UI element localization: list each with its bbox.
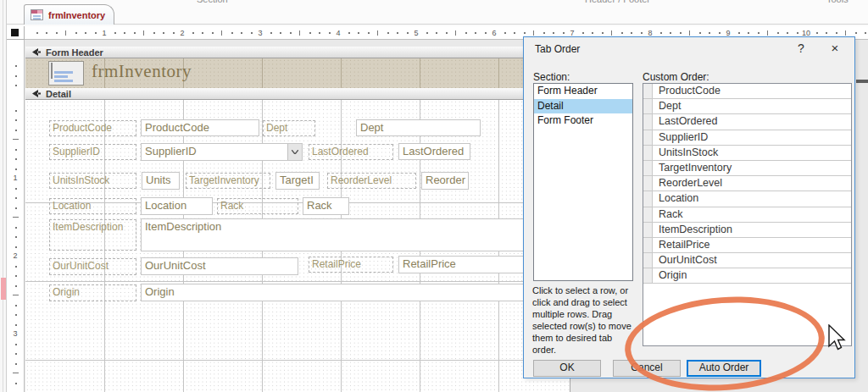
textbox-ourunitcost[interactable]: OurUnitCost xyxy=(141,257,298,275)
textbox-reorderlevel[interactable]: Reorder xyxy=(421,172,469,190)
row-selector-cell[interactable] xyxy=(643,114,653,129)
custom-order-row[interactable]: Origin xyxy=(643,268,851,284)
ruler-tick xyxy=(465,32,467,34)
auto-order-button[interactable]: Auto Order xyxy=(687,360,761,377)
label-itemdescription[interactable]: ItemDescription xyxy=(49,219,136,251)
custom-order-row[interactable]: TargetInventory xyxy=(643,161,851,176)
textbox-productcode[interactable]: ProductCode xyxy=(141,119,259,136)
row-selector-cell[interactable] xyxy=(643,99,653,113)
custom-order-row[interactable]: ItemDescription xyxy=(643,223,851,238)
ruler-tick xyxy=(15,119,17,121)
label-supplierid[interactable]: SupplierID xyxy=(49,144,136,160)
section-listbox[interactable]: Form Header Detail Form Footer xyxy=(533,83,633,281)
row-selector-cell[interactable] xyxy=(643,207,653,222)
custom-order-row[interactable]: OurUnitCost xyxy=(643,253,851,268)
label-targetinventory[interactable]: TargetInventory xyxy=(186,173,270,189)
label-rack[interactable]: Rack xyxy=(217,198,298,214)
ruler-tick xyxy=(387,32,389,34)
form-header-band[interactable]: frmInventory xyxy=(25,58,570,88)
row-selector-cell[interactable] xyxy=(643,146,653,160)
row-selector-cell[interactable] xyxy=(643,161,653,175)
custom-order-row[interactable]: Rack xyxy=(643,207,851,223)
ruler-tick xyxy=(15,383,17,384)
row-selector-cell[interactable] xyxy=(643,238,653,252)
row-selector-cell[interactable] xyxy=(643,191,653,206)
ruler-number: 5 xyxy=(414,29,418,37)
form-header-section-bar[interactable]: Form Header xyxy=(25,47,570,58)
ok-button[interactable]: OK xyxy=(533,360,601,377)
ruler-tick xyxy=(15,324,17,326)
textbox-dept[interactable]: Dept xyxy=(356,119,481,136)
ribbon-group-caption: Tools xyxy=(826,0,849,4)
ribbon-bottom-divider xyxy=(0,24,868,25)
ruler-tick xyxy=(407,32,409,34)
row-selector-cell[interactable] xyxy=(643,253,653,268)
label-origin[interactable]: Origin xyxy=(49,284,136,301)
custom-order-row[interactable]: Dept xyxy=(643,99,851,114)
navigation-pane-edge xyxy=(0,0,7,392)
custom-order-row[interactable]: ReorderLevel xyxy=(643,176,851,191)
dropdown-arrow-icon[interactable] xyxy=(287,144,302,160)
label-unitsinstock[interactable]: UnitsInStock xyxy=(49,173,136,189)
textbox-itemdescription[interactable]: ItemDescription xyxy=(141,218,539,251)
ruler-number: 6 xyxy=(492,29,496,37)
ruler-tick xyxy=(15,110,17,112)
close-icon[interactable]: × xyxy=(821,37,849,59)
ruler-tick xyxy=(15,353,17,355)
textbox-origin[interactable]: Origin xyxy=(141,284,539,301)
ruler-tick xyxy=(15,85,17,86)
textbox-unitsinstock[interactable]: Units xyxy=(142,172,180,190)
label-lastordered[interactable]: LastOrdered xyxy=(309,144,393,160)
ribbon-group-caption: Header / Footer xyxy=(585,0,650,4)
form-selector-corner[interactable] xyxy=(7,26,25,40)
section-list-item[interactable]: Detail xyxy=(534,99,632,114)
combobox-supplierid[interactable]: SupplierID xyxy=(141,143,303,161)
label-productcode[interactable]: ProductCode xyxy=(49,120,136,136)
ruler-tick xyxy=(15,363,17,365)
detail-section-bar[interactable]: Detail xyxy=(25,88,570,100)
ruler-tick xyxy=(475,32,476,34)
ruler-tick xyxy=(15,275,17,277)
label-reorderlevel[interactable]: ReorderLevel xyxy=(327,173,416,189)
textbox-rack[interactable]: Rack xyxy=(303,197,349,215)
ruler-tick xyxy=(15,65,17,67)
custom-order-item-label: RetailPrice xyxy=(653,238,709,252)
custom-order-row[interactable]: Location xyxy=(643,191,851,207)
form-design-surface[interactable]: Form Header frmInventory Detail xyxy=(25,47,570,392)
row-selector-cell[interactable] xyxy=(643,268,653,283)
row-selector-cell[interactable] xyxy=(643,176,653,190)
textbox-targetinventory[interactable]: TargetI xyxy=(275,172,320,190)
help-button[interactable]: ? xyxy=(787,37,815,59)
vertical-ruler[interactable]: 123 xyxy=(7,40,25,392)
section-list-item[interactable]: Form Header xyxy=(534,84,632,99)
navigation-pane-accent xyxy=(1,278,6,300)
cancel-button[interactable]: Cancel xyxy=(613,360,681,377)
dialog-titlebar[interactable]: Tab Order ? × xyxy=(524,37,854,61)
ruler-tick xyxy=(241,32,242,34)
row-selector-cell[interactable] xyxy=(643,130,653,145)
document-tab-frminventory[interactable]: frmInventory xyxy=(24,4,114,25)
form-logo-image[interactable] xyxy=(48,61,84,86)
ruler-tick xyxy=(758,32,760,34)
label-ourunitcost[interactable]: OurUnitCost xyxy=(49,258,136,275)
label-location[interactable]: Location xyxy=(49,198,136,214)
row-selector-cell[interactable] xyxy=(643,84,653,98)
ruler-tick xyxy=(631,32,632,34)
form-title-label[interactable]: frmInventory xyxy=(92,61,192,82)
textbox-retailprice[interactable]: RetailPrice xyxy=(398,256,536,273)
custom-order-listbox[interactable]: ProductCode Dept LastOrdered SupplierID xyxy=(643,83,852,346)
custom-order-row[interactable]: RetailPrice xyxy=(643,238,851,253)
section-list-item[interactable]: Form Footer xyxy=(534,113,632,129)
custom-order-item-label: SupplierID xyxy=(653,130,708,145)
textbox-lastordered[interactable]: LastOrdered xyxy=(398,143,470,160)
custom-order-row[interactable]: SupplierID xyxy=(643,130,851,146)
row-selector-cell[interactable] xyxy=(643,223,653,237)
label-dept[interactable]: Dept xyxy=(263,120,315,136)
custom-order-row[interactable]: ProductCode xyxy=(643,84,851,99)
custom-order-row[interactable]: LastOrdered xyxy=(643,114,851,130)
textbox-location[interactable]: Location xyxy=(141,197,213,215)
ruler-tick xyxy=(319,32,320,34)
label-retailprice[interactable]: RetailPrice xyxy=(309,257,393,273)
ruler-tick xyxy=(455,30,456,36)
custom-order-row[interactable]: UnitsInStock xyxy=(643,146,851,161)
